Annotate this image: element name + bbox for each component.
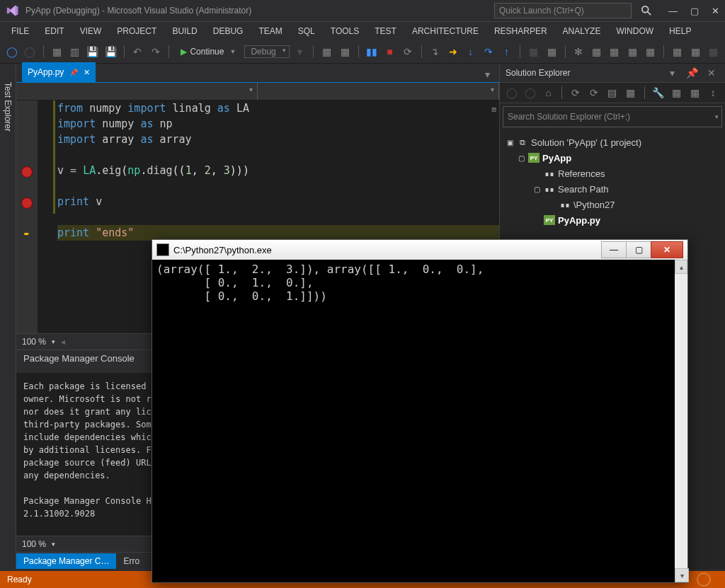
restart-icon[interactable]: ⟳ [400,44,415,59]
sol-fwd-icon[interactable]: ◯ [523,85,538,100]
config-dropdown[interactable]: Debug [244,45,289,58]
scope-dropdown-left[interactable] [16,83,258,100]
file-tab-active[interactable]: PyApp.py 📌 ✕ [22,62,96,82]
step-into-icon[interactable]: ↓ [463,44,478,59]
scroll-up-icon[interactable]: ▴ [675,260,687,274]
zoom-dropdown-icon[interactable]: ▾ [52,338,55,345]
toolbar-icon-3[interactable]: ▦ [526,44,541,59]
toolbar-icon-9[interactable]: ▦ [643,44,658,59]
menu-architecture[interactable]: ARCHITECTURE [405,23,486,39]
test-explorer-tab[interactable]: Test Explorer [1,78,14,136]
sol-refresh-icon[interactable]: ⟳ [586,85,602,100]
tree-solution-root[interactable]: ▣ ⧉ Solution 'PyApp' (1 project) [503,134,722,150]
sol-more-icon[interactable]: ↕ [705,85,721,100]
stop-icon[interactable]: ■ [382,44,397,59]
close-button[interactable]: ✕ [712,6,719,16]
menu-view[interactable]: VIEW [73,23,109,39]
continue-button[interactable]: ▶Continue▼ [175,45,241,58]
expander-icon[interactable]: ▢ [517,154,525,162]
nav-fwd-icon[interactable]: ◯ [22,44,37,59]
tree-python27[interactable]: ∎∎ \Python27 [503,197,722,212]
expander-icon[interactable]: ▣ [506,139,514,146]
menu-project[interactable]: PROJECT [110,23,164,39]
nav-back-icon[interactable]: ◯ [4,44,19,59]
panel-close-icon[interactable]: ✕ [704,65,719,81]
menu-build[interactable]: BUILD [165,23,204,39]
sol-home-icon[interactable]: ⌂ [541,85,556,100]
toolbar-icon-5[interactable]: ✻ [571,44,586,59]
toolbar-icon-6[interactable]: ▦ [589,44,604,59]
redo-icon[interactable]: ↷ [148,44,163,59]
pmc-zoom-dropdown-icon[interactable]: ▾ [52,541,55,548]
console-output[interactable]: (array([ 1., 2., 3.]), array([[ 1., 0., … [152,260,687,582]
undo-icon[interactable]: ↶ [130,44,145,59]
console-close-button[interactable]: ✕ [651,241,683,258]
tree-references[interactable]: ∎∎ References [503,166,722,181]
toolbar-icon-10[interactable]: ▦ [670,44,685,59]
breakpoint-icon[interactable] [21,166,33,178]
scroll-left-icon[interactable]: ◂ [61,337,65,347]
sol-show-all-icon[interactable]: ▦ [623,85,639,100]
console-scrollbar[interactable]: ▴ ▾ [675,260,687,582]
scope-dropdown-right[interactable] [258,83,499,100]
console-maximize-button[interactable]: ▢ [626,241,651,258]
tree-project[interactable]: ▢ PY PyApp [503,150,722,166]
menu-team[interactable]: TEAM [251,23,289,39]
sol-collapse-icon[interactable]: ▤ [605,85,620,100]
maximize-button[interactable]: ▢ [690,6,699,16]
pause-icon[interactable]: ▮▮ [365,44,379,59]
tree-search-path[interactable]: ▢ ∎∎ Search Path [503,181,722,197]
platform-dropdown[interactable]: ▾ [292,44,307,59]
expander-icon[interactable]: ▢ [532,185,541,193]
menu-window[interactable]: WINDOW [609,23,661,39]
menu-sql[interactable]: SQL [291,23,322,39]
show-next-icon[interactable]: ➜ [445,44,460,59]
menu-tools[interactable]: TOOLS [324,23,366,39]
breakpoint-gutter[interactable]: ➨ [16,100,38,333]
menu-file[interactable]: FILE [4,23,36,39]
tab-dropdown-icon[interactable]: ▾ [479,67,495,82]
pin-icon[interactable]: 📌 [69,69,78,76]
quick-launch-input[interactable]: Quick Launch (Ctrl+Q) [494,3,632,18]
menu-help[interactable]: HELP [662,23,698,39]
toolbar-icon-12[interactable]: ▦ [706,44,721,59]
pmc-tab[interactable]: Package Manager C… [16,553,116,569]
toolbar-icon-7[interactable]: ▦ [607,44,622,59]
zoom-value[interactable]: 100 % [22,337,46,347]
sol-back-icon[interactable]: ◯ [504,85,520,100]
breakpoint-icon[interactable] [21,197,33,209]
minimize-button[interactable]: — [668,6,678,16]
toolbar-icon-2[interactable]: ▦ [337,44,352,59]
pmc-zoom-value[interactable]: 100 % [22,539,46,549]
open-file-icon[interactable]: ▥ [67,44,82,59]
menu-test[interactable]: TEST [367,23,404,39]
save-all-icon[interactable]: 💾 [103,44,118,59]
tree-pyapp-file[interactable]: PY PyApp.py [503,212,722,228]
error-list-tab[interactable]: Erro [116,553,147,569]
console-title-bar[interactable]: C:\Python27\python.exe — ▢ ✕ [152,240,687,260]
step-out-icon[interactable]: ↑ [499,44,514,59]
sol-preview-icon[interactable]: ▦ [668,85,684,100]
toolbar-icon-8[interactable]: ▦ [625,44,640,59]
panel-dropdown-icon[interactable]: ▾ [664,65,680,81]
step-over-icon[interactable]: ↷ [481,44,496,59]
save-icon[interactable]: 💾 [85,44,100,59]
menu-analyze[interactable]: ANALYZE [556,23,608,39]
sol-properties-icon[interactable]: 🔧 [651,85,666,100]
search-icon[interactable] [639,3,654,18]
toolbar-icon-1[interactable]: ▦ [319,44,334,59]
new-project-icon[interactable]: ▦ [50,44,64,59]
solution-search-input[interactable]: Search Solution Explorer (Ctrl+;) [503,106,722,127]
sol-sync-icon[interactable]: ⟳ [568,85,583,100]
toolbar-icon-4[interactable]: ▦ [544,44,559,59]
sol-view-icon[interactable]: ▦ [687,85,702,100]
scroll-down-icon[interactable]: ▾ [675,568,689,582]
toolbar-icon-11[interactable]: ▦ [688,44,703,59]
console-minimize-button[interactable]: — [601,241,627,258]
menu-edit[interactable]: EDIT [38,23,71,39]
step-icon-1[interactable]: ↴ [428,44,443,59]
menu-resharper[interactable]: RESHARPER [487,23,554,39]
panel-pin-icon[interactable]: 📌 [684,65,700,81]
menu-debug[interactable]: DEBUG [206,23,251,39]
feedback-icon[interactable] [697,572,711,587]
